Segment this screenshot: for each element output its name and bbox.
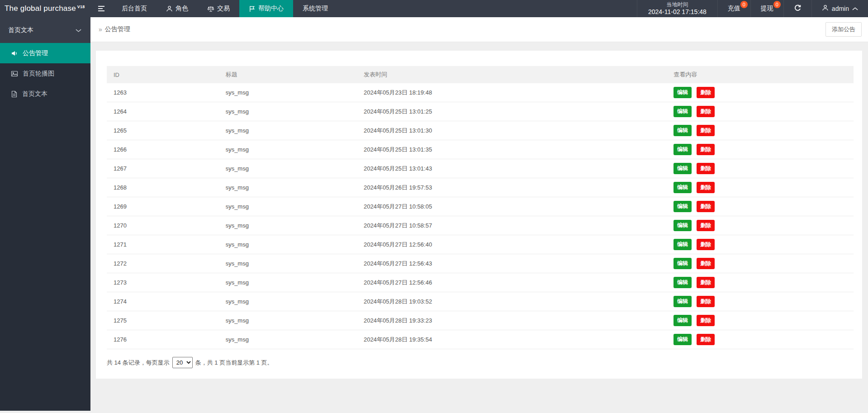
edit-button[interactable]: 编辑 bbox=[674, 334, 692, 345]
edit-button[interactable]: 编辑 bbox=[674, 106, 692, 117]
table-row: 1274 sys_msg 2024年05月28日 19:03:52 编辑 删除 bbox=[107, 292, 854, 311]
table-row: 1275 sys_msg 2024年05月28日 19:33:23 编辑 删除 bbox=[107, 311, 854, 330]
edit-button[interactable]: 编辑 bbox=[674, 277, 692, 288]
delete-button[interactable]: 删除 bbox=[697, 125, 715, 136]
row-actions: 编辑 删除 bbox=[667, 277, 854, 288]
table-row: 1272 sys_msg 2024年05月27日 12:56:43 编辑 删除 bbox=[107, 254, 854, 273]
row-publish-time: 2024年05月28日 19:03:52 bbox=[357, 298, 667, 306]
table-row: 1268 sys_msg 2024年05月26日 19:57:53 编辑 删除 bbox=[107, 178, 854, 197]
announcement-table: ID 标题 发表时间 查看内容 1263 sys_msg 2024年05月23日… bbox=[107, 66, 854, 349]
delete-button[interactable]: 删除 bbox=[697, 201, 715, 212]
row-title: sys_msg bbox=[219, 89, 357, 96]
row-title: sys_msg bbox=[219, 108, 357, 115]
nav-item-trade[interactable]: 交易 bbox=[198, 0, 239, 17]
delete-button[interactable]: 删除 bbox=[697, 106, 715, 117]
speaker-icon bbox=[11, 50, 18, 57]
row-id: 1270 bbox=[107, 222, 219, 229]
column-header-title: 标题 bbox=[219, 71, 357, 79]
pagination-prefix: 共 14 条记录，每页显示 bbox=[107, 359, 170, 367]
delete-button[interactable]: 删除 bbox=[697, 144, 715, 155]
sidebar-item-announcement[interactable]: 公告管理 bbox=[0, 43, 90, 63]
edit-button[interactable]: 编辑 bbox=[674, 163, 692, 174]
row-title: sys_msg bbox=[219, 241, 357, 248]
admin-user-icon bbox=[822, 5, 829, 13]
row-title: sys_msg bbox=[219, 222, 357, 229]
nav-item-role[interactable]: 角色 bbox=[157, 0, 198, 17]
edit-button[interactable]: 编辑 bbox=[674, 296, 692, 307]
table-row: 1276 sys_msg 2024年05月28日 19:35:54 编辑 删除 bbox=[107, 330, 854, 349]
nav-item-system[interactable]: 系统管理 bbox=[293, 0, 337, 17]
delete-button[interactable]: 删除 bbox=[697, 220, 715, 231]
scales-icon bbox=[207, 5, 214, 12]
sidebar-item-carousel[interactable]: 首页轮播图 bbox=[0, 63, 90, 84]
row-actions: 编辑 删除 bbox=[667, 87, 854, 98]
file-text-icon bbox=[11, 90, 18, 98]
sidebar-item-label: 公告管理 bbox=[23, 49, 48, 57]
row-publish-time: 2024年05月25日 13:01:35 bbox=[357, 146, 667, 154]
sidebar-section-header[interactable]: 首页文本 bbox=[0, 17, 90, 43]
delete-button[interactable]: 删除 bbox=[697, 239, 715, 250]
row-publish-time: 2024年05月23日 18:19:48 bbox=[357, 89, 667, 97]
table-row: 1265 sys_msg 2024年05月25日 13:01:30 编辑 删除 bbox=[107, 121, 854, 140]
edit-button[interactable]: 编辑 bbox=[674, 315, 692, 326]
page-title: 公告管理 bbox=[105, 25, 130, 33]
logo-text: The global purchase bbox=[5, 4, 76, 13]
row-actions: 编辑 删除 bbox=[667, 182, 854, 193]
row-actions: 编辑 删除 bbox=[667, 296, 854, 307]
table-body: 1263 sys_msg 2024年05月23日 18:19:48 编辑 删除 … bbox=[107, 83, 854, 349]
nav-system-label: 系统管理 bbox=[303, 5, 328, 13]
edit-button[interactable]: 编辑 bbox=[674, 258, 692, 269]
row-actions: 编辑 删除 bbox=[667, 163, 854, 174]
row-id: 1275 bbox=[107, 317, 219, 324]
edit-button[interactable]: 编辑 bbox=[674, 125, 692, 136]
nav-item-help[interactable]: 帮助中心 bbox=[239, 0, 293, 17]
edit-button[interactable]: 编辑 bbox=[674, 182, 692, 193]
delete-button[interactable]: 删除 bbox=[697, 315, 715, 326]
sidebar-item-hometext[interactable]: 首页文本 bbox=[0, 84, 90, 104]
delete-button[interactable]: 删除 bbox=[697, 277, 715, 288]
add-announcement-button[interactable]: 添加公告 bbox=[825, 22, 862, 37]
row-title: sys_msg bbox=[219, 127, 357, 134]
recharge-button[interactable]: 充值 0 bbox=[717, 0, 750, 17]
row-id: 1264 bbox=[107, 108, 219, 115]
edit-button[interactable]: 编辑 bbox=[674, 87, 692, 98]
local-time-label: 当地时间 bbox=[666, 1, 688, 8]
refresh-button[interactable] bbox=[783, 0, 811, 17]
admin-username: admin bbox=[832, 5, 849, 12]
edit-button[interactable]: 编辑 bbox=[674, 239, 692, 250]
row-actions: 编辑 删除 bbox=[667, 201, 854, 212]
withdraw-badge: 0 bbox=[773, 1, 781, 8]
edit-button[interactable]: 编辑 bbox=[674, 144, 692, 155]
withdraw-button[interactable]: 提现 0 bbox=[750, 0, 783, 17]
table-row: 1270 sys_msg 2024年05月27日 10:58:57 编辑 删除 bbox=[107, 216, 854, 235]
row-publish-time: 2024年05月25日 13:01:25 bbox=[357, 108, 667, 116]
row-actions: 编辑 删除 bbox=[667, 334, 854, 345]
column-header-time: 发表时间 bbox=[357, 71, 667, 79]
row-publish-time: 2024年05月28日 19:35:54 bbox=[357, 336, 667, 344]
pagination-suffix: 条，共 1 页当前显示第 1 页。 bbox=[195, 359, 273, 367]
breadcrumb-arrows-icon: » bbox=[99, 26, 102, 33]
withdraw-label: 提现 bbox=[761, 5, 773, 13]
row-title: sys_msg bbox=[219, 317, 357, 324]
delete-button[interactable]: 删除 bbox=[697, 182, 715, 193]
delete-button[interactable]: 删除 bbox=[697, 163, 715, 174]
topbar: The global purchase V18 后台首页 角色 交易 bbox=[0, 0, 868, 17]
nav-item-home[interactable]: 后台首页 bbox=[112, 0, 157, 17]
row-id: 1268 bbox=[107, 184, 219, 191]
edit-button[interactable]: 编辑 bbox=[674, 220, 692, 231]
delete-button[interactable]: 删除 bbox=[697, 87, 715, 98]
hamburger-icon bbox=[98, 5, 105, 12]
page-size-select[interactable]: 20 bbox=[172, 357, 193, 368]
chevron-up-icon bbox=[852, 5, 858, 12]
body-row: 首页文本 公告管理 首页轮播图 bbox=[0, 17, 868, 411]
collapse-menu-button[interactable] bbox=[90, 0, 112, 17]
breadcrumb: » 公告管理 添加公告 bbox=[90, 17, 868, 42]
admin-menu[interactable]: admin bbox=[811, 0, 868, 17]
row-id: 1263 bbox=[107, 89, 219, 96]
local-time-value: 2024-11-02 17:15:48 bbox=[648, 8, 707, 16]
delete-button[interactable]: 删除 bbox=[697, 258, 715, 269]
row-publish-time: 2024年05月27日 12:56:43 bbox=[357, 260, 667, 268]
delete-button[interactable]: 删除 bbox=[697, 334, 715, 345]
delete-button[interactable]: 删除 bbox=[697, 296, 715, 307]
edit-button[interactable]: 编辑 bbox=[674, 201, 692, 212]
